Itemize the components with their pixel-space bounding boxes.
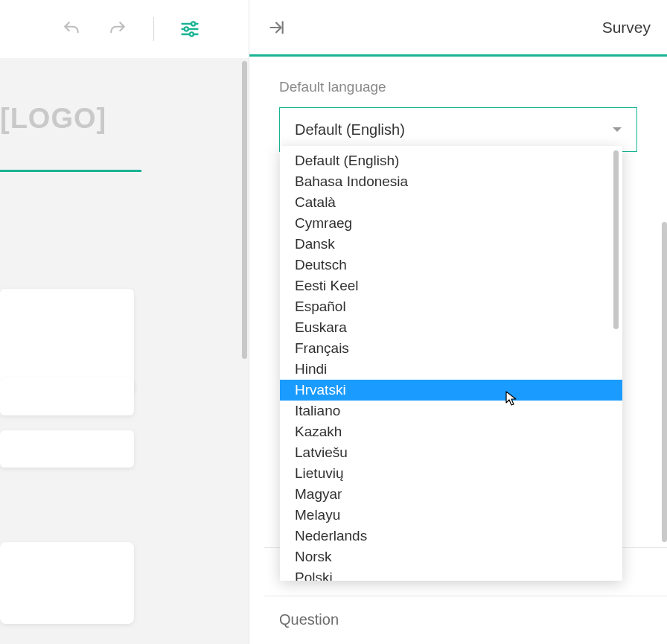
- design-surface[interactable]: [LOGO]: [0, 58, 249, 644]
- language-option[interactable]: Hrvatski: [280, 380, 622, 401]
- survey-element-card[interactable]: [0, 430, 134, 468]
- properties-header: Survey: [249, 0, 667, 57]
- language-option[interactable]: Bahasa Indonesia: [280, 171, 622, 192]
- left-toolbar: [0, 0, 249, 58]
- language-option[interactable]: Euskara: [280, 317, 622, 338]
- redo-button[interactable]: [106, 17, 130, 41]
- chevron-down-icon: [613, 127, 622, 132]
- language-option[interactable]: Català: [280, 192, 622, 213]
- select-value: Default (English): [295, 121, 405, 138]
- logo-placeholder: [LOGO]: [0, 103, 106, 135]
- svg-point-3: [185, 27, 188, 31]
- language-option[interactable]: Kazakh: [280, 421, 622, 442]
- language-option[interactable]: Hindi: [280, 359, 622, 380]
- language-option[interactable]: Polski: [280, 567, 622, 581]
- left-panel: [LOGO]: [0, 0, 249, 644]
- settings-icon[interactable]: [178, 17, 202, 41]
- language-option[interactable]: Eesti Keel: [280, 275, 622, 296]
- default-language-select[interactable]: Default (English): [279, 107, 637, 152]
- dropdown-list: Default (English)Bahasa IndonesiaCatalàC…: [280, 146, 622, 581]
- language-option[interactable]: Italiano: [280, 401, 622, 421]
- language-dropdown[interactable]: Default (English)Bahasa IndonesiaCatalàC…: [280, 146, 622, 581]
- left-scrollbar[interactable]: [242, 61, 247, 359]
- svg-point-1: [191, 22, 195, 25]
- panel-title: Survey: [602, 19, 651, 36]
- toolbar-separator: [153, 17, 154, 41]
- language-option[interactable]: Cymraeg: [280, 213, 622, 234]
- right-scrollbar[interactable]: [662, 222, 667, 542]
- language-option[interactable]: Melayu: [280, 505, 622, 526]
- collapse-panel-button[interactable]: [264, 16, 288, 39]
- language-option[interactable]: Dansk: [280, 234, 622, 255]
- svg-point-5: [190, 32, 194, 36]
- language-option[interactable]: Español: [280, 296, 622, 317]
- language-option[interactable]: Français: [280, 338, 622, 359]
- survey-element-card[interactable]: [0, 289, 134, 393]
- language-option[interactable]: Default (English): [280, 150, 622, 171]
- survey-element-card[interactable]: [0, 542, 134, 624]
- section-question-label: Question: [279, 611, 339, 628]
- dropdown-inner: Default (English)Bahasa IndonesiaCatalàC…: [280, 146, 622, 581]
- section-question[interactable]: Question: [264, 596, 667, 643]
- language-option[interactable]: Lietuvių: [280, 463, 622, 484]
- undo-button[interactable]: [60, 17, 83, 41]
- language-option[interactable]: Deutsch: [280, 255, 622, 275]
- title-underline: [0, 170, 141, 172]
- language-option[interactable]: Magyar: [280, 484, 622, 505]
- dropdown-scrollbar[interactable]: [613, 150, 619, 329]
- default-language-label: Default language: [279, 79, 637, 95]
- survey-element-card[interactable]: [0, 378, 134, 415]
- language-option[interactable]: Latviešu: [280, 442, 622, 463]
- language-option[interactable]: Norsk: [280, 546, 622, 567]
- language-option[interactable]: Nederlands: [280, 526, 622, 546]
